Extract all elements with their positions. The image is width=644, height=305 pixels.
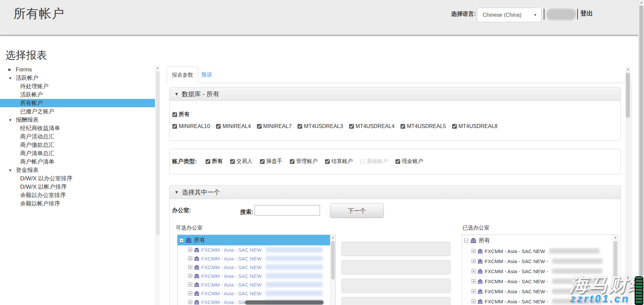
office-search-input[interactable] [255, 205, 320, 216]
expand-plus-icon[interactable]: + [472, 289, 476, 293]
expand-plus-icon[interactable]: + [188, 248, 192, 252]
account-type-checkbox[interactable] [395, 159, 400, 164]
database-checkbox-item[interactable]: MT4USDREAL5 [400, 123, 446, 129]
office-row[interactable]: + FXCMM - Asia - SAC NEW [177, 263, 335, 271]
tree-item[interactable]: 商户缴款总汇 [0, 141, 155, 149]
content-scrollbar[interactable]: ▲ [625, 67, 631, 305]
account-type-checkbox-item[interactable]: 管理账户 [290, 158, 318, 165]
tree-item[interactable]: 商户帐户清单 [0, 158, 155, 166]
database-checkbox-item[interactable]: MT4USDREAL3 [298, 123, 343, 129]
expand-plus-icon[interactable]: + [188, 291, 192, 295]
expand-plus-icon[interactable]: + [472, 299, 476, 303]
account-type-checkbox[interactable] [290, 159, 294, 164]
account-type-checkbox[interactable] [260, 159, 265, 164]
account-type-checkbox-item[interactable]: 结算账户 [325, 158, 353, 165]
account-type-checkbox-item[interactable]: 所有 [206, 158, 223, 165]
office-row[interactable]: + FXCMM - Asia - SAC NEW [177, 271, 335, 280]
transfer-button[interactable] [341, 242, 450, 256]
office-row[interactable]: + FXCMM - Asia - SAC NEW - [462, 256, 618, 266]
tree-scrollbar[interactable]: ▲ [155, 65, 160, 305]
database-section-header[interactable]: ▼ 数据库 - 所有 [170, 87, 621, 101]
account-type-checkbox[interactable] [206, 159, 210, 164]
database-checkbox[interactable] [298, 124, 302, 129]
office-tree-root[interactable]: − 所有 [462, 235, 618, 246]
scroll-up-icon[interactable]: ▲ [613, 235, 618, 240]
tree-item[interactable]: 商户清单总汇 [0, 149, 155, 158]
language-select[interactable]: Chinese (China) ▼ [477, 8, 541, 22]
scrollbar-thumb[interactable] [331, 241, 335, 280]
tree-item[interactable]: D/W/X 以帐户排序 [0, 183, 155, 191]
account-type-checkbox-item[interactable]: 交易人 [230, 158, 253, 165]
database-checkbox[interactable] [452, 124, 457, 129]
tree-item[interactable]: 活跃帐户 [0, 90, 155, 99]
tree-item[interactable]: 已撤户之账户 [0, 107, 155, 116]
expand-plus-icon[interactable]: + [188, 265, 192, 269]
scroll-up-icon[interactable]: ▲ [639, 0, 644, 5]
database-checkbox[interactable] [349, 124, 354, 129]
office-row[interactable]: + FXCMM - Asia - SAC NEW [177, 289, 335, 298]
database-checkbox[interactable] [172, 124, 177, 129]
tree-toggle-arrow-icon[interactable]: ▼ [8, 76, 16, 80]
tree-toggle-arrow-icon[interactable]: ▶ [8, 67, 16, 72]
tree-item[interactable]: 经纪商收益清单 [0, 124, 155, 132]
database-checkbox[interactable] [216, 124, 221, 129]
account-type-checkbox-item[interactable]: 操盘手 [260, 158, 282, 165]
page-scrollbar-thumb[interactable] [639, 6, 643, 277]
database-checkbox-item[interactable]: MINIREAL10 [172, 123, 210, 129]
transfer-button[interactable] [341, 297, 450, 305]
expand-plus-icon[interactable]: + [472, 279, 476, 283]
database-checkbox-item[interactable]: MINIREAL7 [257, 123, 291, 129]
office-row[interactable]: + FXCMM - Asia - SAC NEW [177, 254, 335, 263]
database-checkbox-item[interactable]: MINIREAL4 [216, 123, 251, 129]
tree-item[interactable]: 待处理账户 [0, 82, 155, 90]
office-row[interactable]: + FXCMM - Asia - SAC NEW [177, 280, 335, 289]
database-checkbox[interactable] [400, 124, 405, 129]
expand-plus-icon[interactable]: + [188, 300, 192, 304]
tree-item[interactable]: 余额以帐户排序 [0, 199, 155, 208]
expand-plus-icon[interactable]: + [472, 259, 476, 263]
database-checkbox-item[interactable]: MT4USDREAL8 [452, 123, 497, 129]
database-checkbox[interactable] [257, 124, 262, 129]
content-scrollbar-thumb[interactable] [626, 73, 630, 118]
expand-plus-icon[interactable]: + [188, 283, 192, 287]
account-type-checkbox[interactable] [230, 159, 235, 164]
tree-item[interactable]: ▼ 活跃帐户 [0, 74, 155, 82]
tree-item[interactable]: D/W/X 以办公室排序 [0, 174, 155, 183]
scroll-up-icon[interactable]: ▲ [330, 235, 335, 240]
choose-one-section-header[interactable]: ▼ 选择其中一个 [170, 186, 621, 199]
office-row[interactable]: + FXCMM - Asia - SAC NEW [177, 245, 335, 254]
tree-item[interactable]: ▼ 资金报表 [0, 166, 155, 174]
expand-plus-icon[interactable]: + [472, 269, 476, 273]
office-row[interactable]: + FXCMM - Asia - SAC NEW [462, 246, 618, 256]
scroll-up-icon[interactable]: ▲ [155, 65, 160, 70]
tree-item[interactable]: 余额以办公室排序 [0, 191, 155, 199]
expand-plus-icon[interactable]: + [188, 274, 192, 278]
available-list-scrollbar[interactable]: ▲ [330, 235, 335, 305]
expand-plus-icon[interactable]: + [179, 238, 183, 242]
page-scrollbar[interactable]: ▲ [638, 0, 644, 305]
transfer-button[interactable] [341, 260, 450, 274]
tree-item[interactable]: 商户活动总汇 [0, 132, 155, 141]
tree-item[interactable]: 所有帐户 [0, 99, 155, 107]
database-checkbox-item[interactable]: MT4USDREAL4 [349, 123, 394, 129]
tree-item[interactable]: ▼ 报酬报表 [0, 116, 155, 124]
tab-presets[interactable]: 预设 [197, 66, 217, 83]
tree-item[interactable]: ▶ Forms [0, 65, 155, 74]
transfer-button[interactable] [341, 279, 450, 293]
database-all-checkbox-item[interactable]: 所有 [172, 111, 621, 118]
account-type-checkbox-item[interactable]: 基础账户 [360, 158, 388, 165]
scroll-up-icon[interactable]: ▲ [625, 67, 631, 72]
tree-toggle-arrow-icon[interactable]: ▼ [8, 118, 16, 122]
logout-link[interactable]: 登出 [580, 9, 593, 18]
account-type-checkbox-item[interactable]: 现金账户 [395, 158, 423, 165]
next-button[interactable]: 下一个 [330, 203, 384, 218]
tab-report-parameters[interactable]: 报表参数 [167, 66, 198, 83]
account-type-checkbox[interactable] [360, 159, 365, 164]
database-all-checkbox[interactable] [172, 112, 177, 117]
account-type-checkbox[interactable] [325, 159, 330, 164]
expand-plus-icon[interactable]: + [472, 249, 476, 253]
tree-scrollbar-thumb[interactable] [156, 71, 160, 235]
collapse-minus-icon[interactable]: − [464, 239, 468, 243]
tree-toggle-arrow-icon[interactable]: ▼ [8, 168, 16, 172]
office-tree-root[interactable]: + 所有 [177, 235, 330, 245]
